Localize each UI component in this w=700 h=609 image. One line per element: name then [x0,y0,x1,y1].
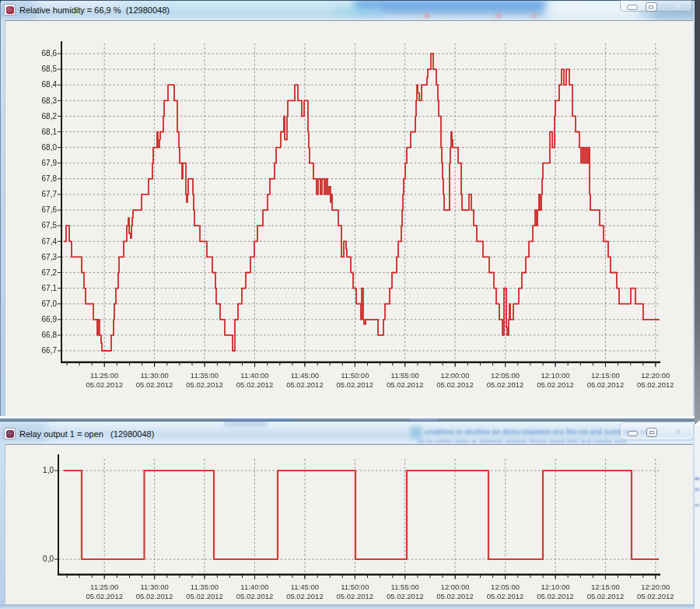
svg-text:11:45:00: 11:45:00 [291,583,319,591]
svg-text:12:20:00: 12:20:00 [641,583,670,591]
svg-text:12:15:00: 12:15:00 [591,583,620,591]
svg-text:12:05:00: 12:05:00 [491,583,520,591]
svg-text:05.02.2012: 05.02.2012 [136,592,173,600]
svg-text:12:00:00: 12:00:00 [441,583,470,591]
svg-text:11:30:00: 11:30:00 [140,583,168,591]
svg-text:05.02.2012: 05.02.2012 [587,592,625,600]
svg-text:11:55:00: 11:55:00 [391,583,419,591]
svg-text:05.02.2012: 05.02.2012 [236,592,274,600]
svg-text:11:35:00: 11:35:00 [191,583,219,591]
svg-text:05.02.2012: 05.02.2012 [487,592,524,600]
svg-text:05.02.2012: 05.02.2012 [637,592,674,600]
svg-text:05.02.2012: 05.02.2012 [436,592,474,600]
svg-text:11:25:00: 11:25:00 [90,583,118,591]
svg-text:05.02.2012: 05.02.2012 [186,592,223,600]
svg-text:11:50:00: 11:50:00 [341,583,369,591]
svg-text:11:40:00: 11:40:00 [240,583,268,591]
svg-text:05.02.2012: 05.02.2012 [86,592,123,600]
svg-text:05.02.2012: 05.02.2012 [337,592,374,600]
svg-text:05.02.2012: 05.02.2012 [387,592,424,600]
svg-text:05.02.2012: 05.02.2012 [286,592,324,600]
svg-text:1,0: 1,0 [43,466,54,474]
svg-text:0,0: 0,0 [43,555,54,563]
svg-text:05.02.2012: 05.02.2012 [537,592,574,600]
svg-text:12:10:00: 12:10:00 [541,583,570,591]
